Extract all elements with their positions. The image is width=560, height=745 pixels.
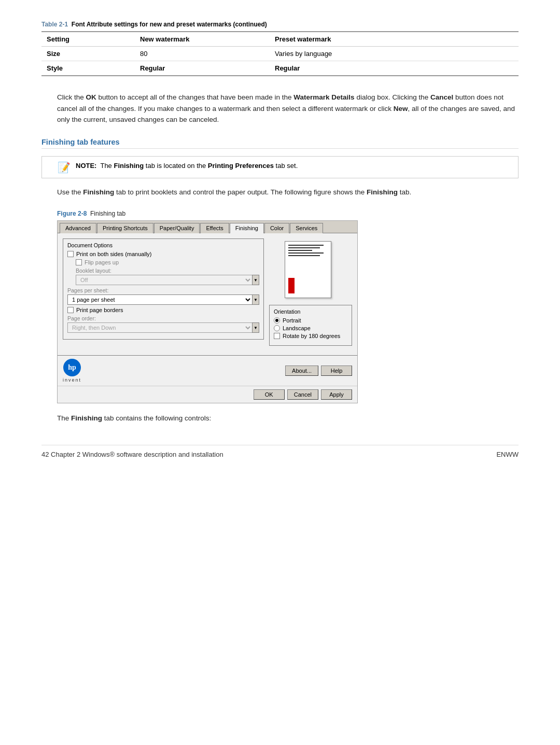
cell-preset-watermark: Varies by language — [270, 47, 519, 61]
note-body: The Finishing tab is located on the Prin… — [100, 162, 298, 170]
hp-tagline: invent — [63, 377, 81, 383]
preview-line-3 — [288, 250, 312, 251]
dialog-tab-advanced[interactable]: Advanced — [60, 223, 96, 233]
footer-left: 42 Chapter 2 Windows® software descripti… — [41, 451, 223, 458]
preview-area — [269, 238, 347, 301]
preview-line-4 — [288, 252, 324, 254]
cell-setting: Style — [41, 61, 135, 76]
note-text: NOTE: The Finishing tab is located on th… — [76, 161, 298, 171]
about-button[interactable]: About... — [285, 366, 318, 376]
flip-pages-label: Flip pages up — [85, 259, 119, 265]
portrait-label: Portrait — [283, 317, 301, 324]
booklet-dropdown-arrow: ▼ — [252, 275, 259, 285]
fig-label-text: Figure 2-8 — [57, 210, 87, 217]
hp-circle-logo: hp — [63, 359, 81, 376]
page-order-field-label: Page order: — [67, 315, 259, 321]
figure-label: Figure 2-8 Finishing tab — [41, 210, 519, 217]
landscape-radio[interactable] — [274, 325, 280, 331]
note-icon: 📝 — [58, 161, 71, 174]
landscape-label: Landscape — [283, 325, 311, 331]
dialog-bottom-bar: hp invent About... Help — [58, 355, 357, 386]
table-label: Table 2-1 — [41, 21, 68, 28]
about-help-buttons: About... Help — [285, 366, 352, 376]
orientation-label: Orientation — [274, 308, 347, 315]
table-caption-text: Font Attribute settings for new and pres… — [72, 21, 267, 28]
note-label: NOTE: — [76, 162, 96, 170]
table-section: Table 2-1 Font Attribute settings for ne… — [41, 21, 519, 76]
cancel-button[interactable]: Cancel — [287, 389, 318, 400]
document-options-group: Document Options Print on both sides (ma… — [63, 238, 264, 340]
flip-pages-checkbox[interactable] — [76, 259, 82, 265]
hp-logo-text: hp — [68, 363, 76, 372]
orientation-group: Orientation Portrait Landscape Rotate by… — [269, 305, 352, 346]
dialog-left-panel: Document Options Print on both sides (ma… — [63, 238, 264, 350]
table-row: Size80Varies by language — [41, 47, 519, 61]
pages-per-sheet-wrapper: 1 page per sheet ▼ — [67, 294, 259, 305]
landscape-row: Landscape — [274, 325, 347, 331]
table-row: StyleRegularRegular — [41, 61, 519, 76]
footer-right: ENWW — [496, 451, 519, 458]
booklet-layout-select[interactable]: Off — [76, 275, 252, 285]
document-options-label: Document Options — [67, 242, 259, 248]
preview-bar — [288, 278, 295, 293]
rotate-checkbox[interactable] — [274, 333, 280, 339]
col-header-preset: Preset watermark — [270, 32, 519, 47]
preview-lines — [285, 242, 331, 261]
booklet-layout-dropdown-wrapper: Off ▼ — [76, 275, 259, 285]
table-caption: Table 2-1 Font Attribute settings for ne… — [41, 21, 519, 28]
dialog-tab-color[interactable]: Color — [264, 223, 289, 233]
cell-new-watermark: Regular — [135, 61, 270, 76]
print-page-borders-checkbox[interactable] — [67, 307, 74, 313]
figure-caption: Finishing tab — [90, 210, 125, 217]
hp-logo: hp invent — [63, 359, 81, 383]
preview-line-1 — [288, 245, 324, 246]
closing-text: The Finishing tab contains the following… — [41, 413, 519, 424]
page-order-wrapper: Right, then Down ▼ — [67, 322, 259, 333]
print-both-sides-checkbox[interactable] — [67, 251, 74, 257]
section-heading: Finishing tab features — [41, 138, 519, 149]
dialog-tabs: AdvancedPrinting ShortcutsPaper/QualityE… — [58, 221, 357, 233]
print-page-borders-label: Print page borders — [76, 307, 123, 313]
page-order-arrow: ▼ — [252, 322, 259, 333]
preview-line-2 — [288, 247, 320, 248]
pages-per-sheet-label: Pages per sheet: — [67, 287, 259, 293]
note-box: 📝 NOTE: The Finishing tab is located on … — [41, 156, 519, 178]
preview-document — [285, 241, 331, 298]
pages-per-sheet-arrow[interactable]: ▼ — [252, 294, 259, 305]
print-dialog: AdvancedPrinting ShortcutsPaper/QualityE… — [57, 220, 358, 403]
col-header-new: New watermark — [135, 32, 270, 47]
dialog-ok-bar: OK Cancel Apply — [58, 386, 357, 403]
cell-preset-watermark: Regular — [270, 61, 519, 76]
dialog-tab-effects[interactable]: Effects — [200, 223, 229, 233]
data-table: Setting New watermark Preset watermark S… — [41, 31, 519, 76]
dialog-tab-paper-quality[interactable]: Paper/Quality — [154, 223, 200, 233]
dialog-tab-finishing[interactable]: Finishing — [230, 223, 264, 233]
help-button[interactable]: Help — [321, 366, 352, 376]
body-paragraph: Click the OK button to accept all of the… — [41, 92, 519, 125]
cell-new-watermark: 80 — [135, 47, 270, 61]
page-order-select[interactable]: Right, then Down — [67, 322, 252, 333]
dialog-tab-printing-shortcuts[interactable]: Printing Shortcuts — [97, 223, 153, 233]
print-both-sides-row: Print on both sides (manually) — [67, 251, 259, 257]
col-header-setting: Setting — [41, 32, 135, 47]
rotate-row: Rotate by 180 degrees — [274, 333, 347, 339]
portrait-radio[interactable] — [274, 317, 280, 324]
ok-button[interactable]: OK — [254, 389, 285, 400]
dialog-tab-services[interactable]: Services — [290, 223, 323, 233]
print-page-borders-row: Print page borders — [67, 307, 259, 313]
dialog-content: Document Options Print on both sides (ma… — [58, 233, 357, 355]
apply-button[interactable]: Apply — [321, 389, 352, 400]
dialog-right-panel: Orientation Portrait Landscape Rotate by… — [269, 238, 352, 350]
cell-setting: Size — [41, 47, 135, 61]
page-footer: 42 Chapter 2 Windows® software descripti… — [41, 445, 519, 458]
portrait-row: Portrait — [274, 317, 347, 324]
intro-text: Use the Finishing tab to print booklets … — [41, 187, 519, 198]
print-both-sides-label: Print on both sides (manually) — [76, 251, 152, 257]
flip-pages-row: Flip pages up — [76, 259, 259, 265]
preview-line-5 — [288, 255, 320, 256]
rotate-label: Rotate by 180 degrees — [283, 333, 340, 339]
booklet-layout-field-label: Booklet layout: — [76, 268, 259, 274]
pages-per-sheet-select[interactable]: 1 page per sheet — [67, 294, 252, 305]
